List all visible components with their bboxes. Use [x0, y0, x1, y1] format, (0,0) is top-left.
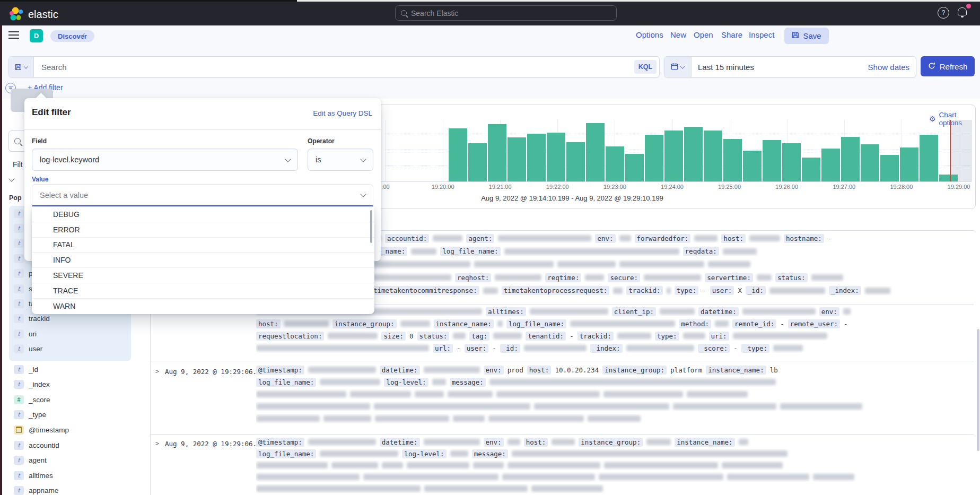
global-search-input[interactable]: Search Elastic: [395, 5, 617, 21]
refresh-button[interactable]: Refresh: [921, 56, 975, 76]
sidebar-field-_type[interactable]: t_type: [14, 410, 46, 420]
new-link[interactable]: New: [670, 30, 686, 39]
histogram-bar[interactable]: [763, 140, 781, 181]
sidebar-field-appname[interactable]: tappname: [14, 485, 58, 495]
histogram-bar[interactable]: [920, 135, 938, 181]
histogram-bar[interactable]: [880, 155, 899, 181]
operator-select[interactable]: is: [308, 149, 373, 171]
histogram-bar[interactable]: [723, 139, 742, 181]
sidebar-field-st[interactable]: tst: [14, 283, 34, 294]
field-label-pill: instance_group:: [579, 438, 643, 447]
value-option-info[interactable]: INFO: [32, 253, 374, 268]
date-picker: Last 15 minutes Show dates: [664, 56, 916, 77]
open-link[interactable]: Open: [694, 30, 713, 39]
breadcrumb[interactable]: Discover: [50, 30, 94, 42]
histogram-bar[interactable]: [900, 147, 918, 181]
value-option-severe[interactable]: SEVERE: [32, 268, 374, 283]
edit-as-query-dsl-link[interactable]: Edit as Query DSL: [313, 109, 372, 117]
field-label-pill: trackid:: [578, 332, 614, 341]
value-option-debug[interactable]: DEBUG: [32, 207, 374, 222]
kql-search-input[interactable]: Search: [34, 63, 634, 72]
sidebar-field-_index[interactable]: t_index: [14, 379, 50, 390]
histogram-bar[interactable]: [625, 154, 644, 181]
table-row[interactable]: >Aug 9, 2022 @ 19:29:06.869@timestamp:da…: [150, 361, 974, 435]
sidebar-field-_score[interactable]: #_score: [14, 394, 50, 405]
redacted-value: [722, 462, 783, 468]
expand-row-icon[interactable]: >: [155, 440, 159, 447]
histogram-bar[interactable]: [449, 128, 467, 181]
histogram-bar[interactable]: [488, 124, 506, 181]
redacted-value: [320, 450, 398, 457]
chevron-down-icon[interactable]: [8, 176, 14, 181]
inspect-link[interactable]: Inspect: [749, 30, 774, 39]
field-value: log-level.keyword: [40, 155, 99, 164]
saved-query-menu-button[interactable]: [9, 57, 34, 77]
help-icon[interactable]: ?: [938, 7, 949, 19]
field-label-pill: datetime:: [698, 307, 739, 316]
calendar-menu-button[interactable]: [664, 57, 692, 77]
text-field-icon: t: [14, 441, 24, 450]
field-label-pill: size:: [381, 332, 406, 341]
histogram-bar[interactable]: [841, 137, 860, 181]
page-scrollbar[interactable]: [977, 329, 979, 451]
x-axis-tick: 19:29:00: [948, 184, 970, 190]
field-select[interactable]: log-level.keyword: [32, 149, 298, 171]
query-language-button[interactable]: KQL: [634, 60, 657, 74]
histogram-bar[interactable]: [547, 133, 565, 181]
histogram-bar[interactable]: [645, 135, 663, 181]
value-option-trace[interactable]: TRACE: [32, 283, 374, 299]
field-label-pill: tenantid:: [526, 332, 566, 341]
histogram-bar-partial[interactable]: [939, 175, 958, 181]
value-option-fatal[interactable]: FATAL: [32, 238, 374, 253]
redacted-value: [495, 274, 541, 281]
options-scrollbar[interactable]: [370, 210, 372, 243]
histogram-bar[interactable]: [802, 158, 820, 181]
redacted-value: [508, 462, 600, 468]
sidebar-field-agent[interactable]: tagent: [14, 455, 47, 466]
save-button[interactable]: Save: [784, 28, 829, 44]
histogram-bar[interactable]: [704, 131, 722, 181]
sidebar-field-_id[interactable]: t_id: [14, 364, 38, 375]
filter-by-type-label[interactable]: Filt: [13, 160, 23, 169]
histogram-bar[interactable]: [684, 127, 703, 181]
sidebar-field-@timestamp[interactable]: @timestamp: [14, 424, 69, 435]
histogram-bar[interactable]: [566, 142, 585, 181]
value-label: Value: [32, 176, 48, 183]
space-avatar[interactable]: D: [30, 29, 43, 42]
histogram-bar[interactable]: [664, 131, 683, 181]
histogram-bar[interactable]: [861, 144, 879, 181]
value-option-error[interactable]: ERROR: [32, 222, 374, 238]
histogram-bar[interactable]: [468, 143, 487, 181]
table-row[interactable]: >Aug 9, 2022 @ 19:29:06.869@timestamp:da…: [150, 434, 974, 495]
histogram-bar[interactable]: [782, 143, 801, 181]
expand-row-icon[interactable]: >: [155, 368, 159, 375]
newsfeed-icon[interactable]: [958, 7, 967, 18]
share-link[interactable]: Share: [721, 30, 742, 39]
sidebar-field-accountid[interactable]: taccountid: [14, 440, 59, 450]
value-combobox[interactable]: Select a value: [32, 184, 373, 206]
sidebar-field-uri[interactable]: turi: [14, 328, 37, 339]
text-field-icon: t: [14, 314, 24, 323]
document-line: requestlocation:size:0status:tag:tenanti…: [256, 331, 970, 341]
field-label-pill: type:: [675, 286, 699, 295]
options-link[interactable]: Options: [636, 30, 663, 39]
sidebar-field-trackid[interactable]: ttrackid: [14, 314, 50, 324]
document-line: host:instance_group:instance_name:log_fi…: [256, 319, 970, 328]
histogram-bar[interactable]: [743, 151, 762, 181]
logo-text: elastic: [28, 8, 58, 21]
histogram-bar[interactable]: [606, 146, 624, 181]
field-name: @timestamp: [29, 426, 69, 434]
document-line: [256, 389, 970, 399]
histogram-bar[interactable]: [586, 123, 605, 181]
field-label-pill: @timestamp:: [256, 438, 304, 447]
value-option-warn[interactable]: WARN: [32, 299, 374, 314]
show-dates-link[interactable]: Show dates: [868, 63, 916, 72]
menu-icon[interactable]: [8, 31, 19, 32]
sidebar-field-alltimes[interactable]: talltimes: [14, 470, 53, 481]
histogram-bar[interactable]: [508, 137, 526, 181]
time-range-value[interactable]: Last 15 minutes: [692, 63, 868, 72]
histogram-bar[interactable]: [527, 134, 546, 181]
histogram-bar[interactable]: [821, 149, 840, 181]
sidebar-field-user[interactable]: tuser: [14, 344, 42, 354]
partial-bucket-band: [950, 120, 972, 181]
